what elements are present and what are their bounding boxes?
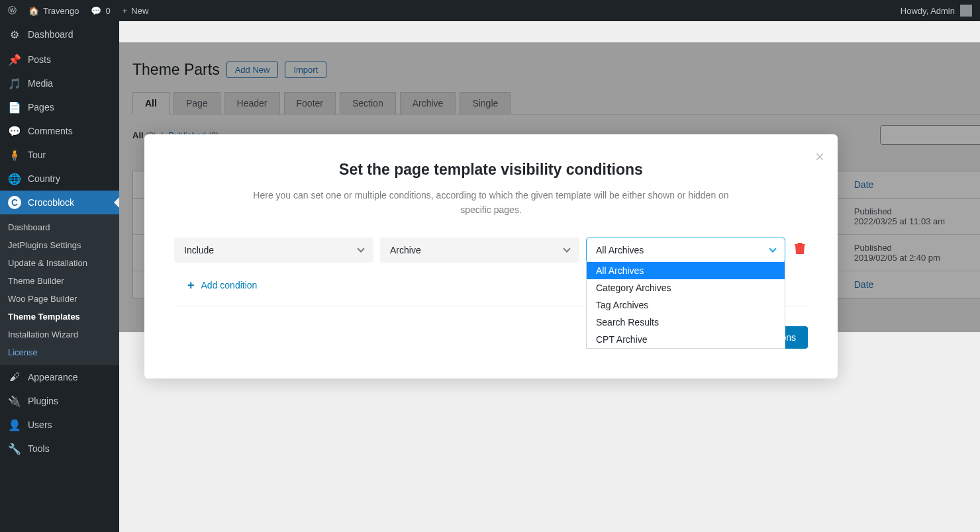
option-category-archives[interactable]: Category Archives (587, 279, 785, 296)
subtype-select[interactable]: All Archives (586, 238, 785, 263)
chevron-down-icon (769, 245, 776, 253)
comments-icon: 💬 (8, 124, 21, 138)
menu-appearance[interactable]: 🖌Appearance (0, 365, 119, 389)
submenu-update[interactable]: Update & Installation (0, 254, 119, 272)
user-icon: 👤 (8, 418, 21, 431)
submenu-dashboard[interactable]: Dashboard (0, 218, 119, 236)
plus-icon: + (187, 279, 195, 292)
menu-pages[interactable]: 📄Pages (0, 95, 119, 119)
modal-subtitle: Here you can set one or multiple conditi… (174, 188, 808, 218)
comment-icon: 💬 (91, 6, 101, 16)
delete-condition-button[interactable] (792, 242, 808, 257)
wordpress-icon: ⓦ (8, 5, 17, 17)
menu-dashboard[interactable]: ⚙Dashboard (0, 21, 119, 48)
submenu-license[interactable]: License (0, 343, 119, 361)
menu-crocoblock[interactable]: CCrocoblock (0, 191, 119, 214)
crocoblock-icon: C (8, 196, 21, 209)
subtype-dropdown: All Archives Category Archives Tag Archi… (586, 262, 785, 349)
globe-icon: 🌐 (8, 172, 21, 185)
media-icon: 🎵 (8, 77, 21, 90)
pin-icon: 📌 (8, 53, 21, 66)
chevron-down-icon (563, 245, 570, 253)
wp-logo[interactable]: ⓦ (8, 5, 17, 17)
condition-row: Include Archive All Archives All Archive… (174, 238, 808, 263)
menu-users[interactable]: 👤Users (0, 413, 119, 437)
admin-sidebar: ⚙Dashboard 📌Posts 🎵Media 📄Pages 💬Comment… (0, 21, 119, 532)
submenu-installation-wizard[interactable]: Installation Wizard (0, 326, 119, 343)
wrench-icon: 🔧 (8, 442, 21, 455)
type-select[interactable]: Archive (380, 238, 579, 263)
comments-link[interactable]: 💬0 (91, 6, 110, 16)
menu-plugins[interactable]: 🔌Plugins (0, 389, 119, 413)
submenu-theme-builder[interactable]: Theme Builder (0, 272, 119, 290)
pages-icon: 📄 (8, 101, 21, 114)
site-name-link[interactable]: 🏠Travengo (28, 6, 79, 16)
option-cpt-archive[interactable]: CPT Archive (587, 331, 785, 348)
chevron-down-icon (357, 245, 364, 253)
dashboard-icon: ⚙ (8, 28, 21, 41)
menu-tools[interactable]: 🔧Tools (0, 437, 119, 461)
new-content-link[interactable]: +New (122, 6, 149, 16)
trash-icon (795, 242, 805, 254)
menu-comments[interactable]: 💬Comments (0, 119, 119, 143)
plus-icon: + (122, 6, 128, 16)
menu-tour[interactable]: 🧍Tour (0, 143, 119, 167)
person-icon: 🧍 (8, 148, 21, 161)
menu-country[interactable]: 🌐Country (0, 167, 119, 191)
plug-icon: 🔌 (8, 394, 21, 408)
option-tag-archives[interactable]: Tag Archives (587, 296, 785, 314)
include-select[interactable]: Include (174, 238, 373, 263)
avatar (960, 5, 972, 17)
my-account[interactable]: Howdy, Admin (901, 5, 972, 17)
option-all-archives[interactable]: All Archives (587, 262, 785, 279)
crocoblock-submenu: Dashboard JetPlugins Settings Update & I… (0, 214, 119, 365)
home-icon: 🏠 (28, 6, 39, 16)
menu-posts[interactable]: 📌Posts (0, 48, 119, 71)
admin-bar: ⓦ 🏠Travengo 💬0 +New Howdy, Admin (0, 0, 980, 21)
conditions-modal: × Set the page template visibility condi… (144, 134, 838, 378)
submenu-jetplugins[interactable]: JetPlugins Settings (0, 236, 119, 254)
close-icon[interactable]: × (815, 148, 824, 166)
menu-media[interactable]: 🎵Media (0, 71, 119, 95)
submenu-theme-templates[interactable]: Theme Templates (0, 308, 119, 326)
option-search-results[interactable]: Search Results (587, 314, 785, 331)
brush-icon: 🖌 (8, 371, 21, 384)
submenu-woo-page-builder[interactable]: Woo Page Builder (0, 290, 119, 308)
modal-title: Set the page template visibility conditi… (174, 161, 808, 179)
